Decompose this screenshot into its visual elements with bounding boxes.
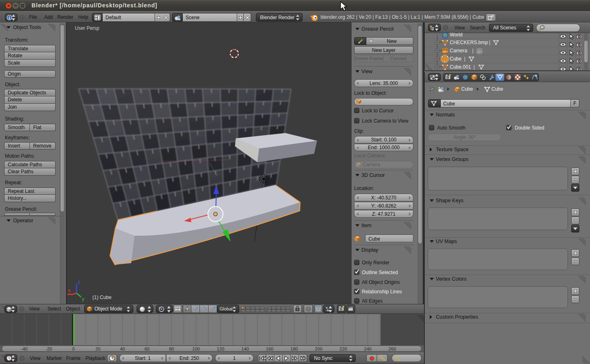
svg-text:x: x [68,287,71,293]
svg-text:z: z [78,279,81,285]
svg-text:i: i [9,16,10,20]
svg-text:y: y [82,296,85,302]
